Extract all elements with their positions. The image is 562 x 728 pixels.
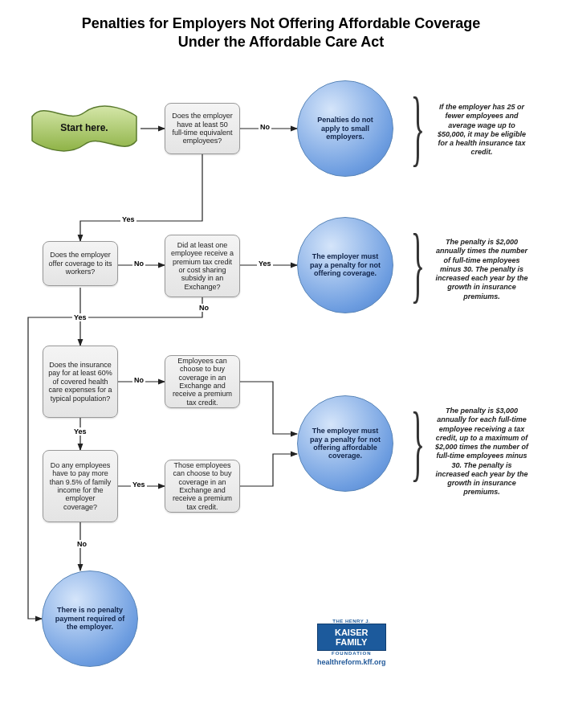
label-yes: Yes <box>257 260 273 268</box>
info-exchange-1: Employees can choose to buy coverage in … <box>165 355 240 408</box>
decision-60-percent: Does the insurance pay for at least 60% … <box>43 346 118 418</box>
annotation-penalty-3000: The penalty is $3,000 annually for each … <box>430 402 534 502</box>
label-no: No <box>132 260 145 268</box>
start-node: Start here. <box>28 104 140 153</box>
result-penalty-not-affordable: The employer must pay a penalty for not … <box>297 395 393 492</box>
label-no: No <box>132 376 145 384</box>
label-yes: Yes <box>72 427 88 436</box>
info-exchange-2: Those employees can choose to buy covera… <box>165 460 240 513</box>
annotation-penalty-2000: The penalty is $2,000 annually times the… <box>430 233 534 306</box>
label-yes: Yes <box>131 481 147 489</box>
label-no: No <box>259 123 271 131</box>
decision-95-percent: Do any employees have to pay more than 9… <box>43 450 118 522</box>
label-no: No <box>75 540 88 548</box>
result-penalty-not-offering: The employer must pay a penalty for not … <box>297 217 393 313</box>
label-yes: Yes <box>72 313 88 321</box>
brace-icon: } <box>410 394 425 491</box>
decision-premium-credit: Did at least one employee receive a prem… <box>165 235 240 297</box>
decision-50-employees: Does the employer have at least 50 full-… <box>165 103 240 154</box>
brace-icon: } <box>410 79 425 176</box>
flowchart-canvas: Start here. Does the employer have at le… <box>0 0 562 728</box>
annotation-small-employer: If the employer has 25 or fewer employee… <box>430 98 534 162</box>
result-small-employer: Penalties do not apply to small employer… <box>297 80 393 177</box>
decision-offer-coverage: Does the employer offer coverage to its … <box>43 241 118 286</box>
kaiser-logo: THE HENRY J. KAISERFAMILY FOUNDATION hea… <box>317 619 386 666</box>
label-no: No <box>198 304 210 312</box>
brace-icon: } <box>410 215 425 313</box>
label-yes: Yes <box>120 215 136 223</box>
logo-url: healthreform.kff.org <box>317 658 386 666</box>
result-no-penalty: There is no penalty payment required of … <box>42 571 138 667</box>
